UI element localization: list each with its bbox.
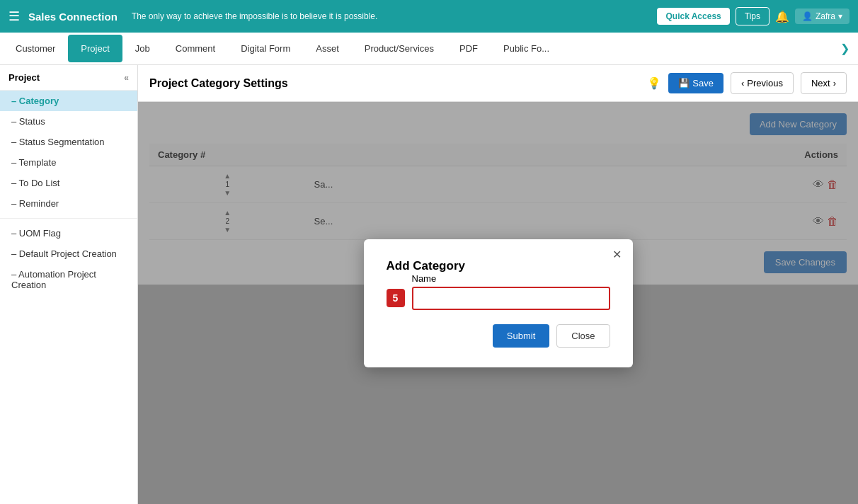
sidebar-item-template[interactable]: – Template (0, 152, 137, 173)
top-navigation: ☰ Sales Connection The only way to achie… (0, 0, 858, 33)
tabs-more-icon[interactable]: ❯ (835, 42, 855, 55)
hint-icon: 💡 (647, 76, 661, 90)
sidebar-title: Project (8, 72, 40, 83)
sidebar-divider (0, 218, 137, 219)
prev-icon: ‹ (741, 78, 744, 88)
app-title: Sales Connection (28, 11, 118, 23)
main-layout: Project « – Category – Status – Status S… (0, 65, 858, 504)
close-modal-button[interactable]: Close (556, 324, 610, 348)
tab-pdf[interactable]: PDF (447, 35, 491, 62)
user-name: Zafra (816, 11, 835, 21)
next-icon: › (833, 78, 836, 88)
modal-actions: Submit Close (387, 324, 610, 348)
modal-close-button[interactable]: ✕ (612, 248, 622, 261)
next-button[interactable]: Next › (801, 72, 847, 94)
sidebar-item-reminder[interactable]: – Reminder (0, 193, 137, 214)
sidebar-header: Project « (0, 72, 137, 91)
page-title: Project Category Settings (149, 77, 640, 90)
tab-asset[interactable]: Asset (303, 35, 352, 62)
nav-tagline: The only way to achieve the impossible i… (132, 11, 649, 21)
chevron-down-icon: ▾ (838, 11, 842, 21)
modal-overlay: Add Category ✕ 5 Name Submit Close (138, 102, 858, 504)
sidebar-item-category[interactable]: – Category (0, 91, 137, 111)
tab-job[interactable]: Job (122, 35, 163, 62)
add-category-modal: Add Category ✕ 5 Name Submit Close (364, 239, 633, 367)
tabs-row: Customer Project Job Comment Digital For… (0, 33, 858, 65)
form-row-name: 5 Name (387, 273, 610, 310)
save-button[interactable]: 💾 Save (668, 73, 723, 93)
step-badge: 5 (387, 289, 405, 307)
submit-button[interactable]: Submit (493, 324, 549, 348)
sidebar-item-status-segmentation[interactable]: – Status Segmentation (0, 132, 137, 152)
save-icon: 💾 (678, 78, 690, 88)
content-header: Project Category Settings 💡 💾 Save ‹ Pre… (138, 65, 858, 102)
hamburger-icon[interactable]: ☰ (8, 8, 20, 24)
quick-access-button[interactable]: Quick Access (657, 8, 729, 25)
tab-product-services[interactable]: Product/Services (352, 35, 447, 62)
bell-icon[interactable]: 🔔 (775, 10, 789, 23)
name-label: Name (412, 273, 610, 284)
nav-right: Quick Access Tips 🔔 👤 Zafra ▾ (657, 7, 850, 25)
sidebar: Project « – Category – Status – Status S… (0, 65, 138, 504)
sidebar-item-default-project-creation[interactable]: – Default Project Creation (0, 244, 137, 264)
sidebar-item-to-do-list[interactable]: – To Do List (0, 173, 137, 193)
tab-comment[interactable]: Comment (163, 35, 228, 62)
modal-title: Add Category (387, 259, 465, 273)
previous-button[interactable]: ‹ Previous (731, 72, 794, 94)
tab-digital-form[interactable]: Digital Form (228, 35, 303, 62)
name-field-container: Name (412, 273, 610, 310)
sidebar-item-uom-flag[interactable]: – UOM Flag (0, 223, 137, 244)
sidebar-collapse-button[interactable]: « (124, 73, 129, 83)
tab-project[interactable]: Project (68, 35, 122, 62)
name-input[interactable] (412, 287, 610, 310)
sidebar-item-automation-project-creation[interactable]: – Automation Project Creation (0, 264, 137, 295)
tab-customer[interactable]: Customer (3, 35, 68, 62)
user-menu[interactable]: 👤 Zafra ▾ (795, 8, 850, 24)
content-area: Project Category Settings 💡 💾 Save ‹ Pre… (138, 65, 858, 504)
tab-public-form[interactable]: Public Fo... (491, 35, 562, 62)
sidebar-item-status[interactable]: – Status (0, 111, 137, 132)
user-icon: 👤 (802, 11, 813, 21)
tips-button[interactable]: Tips (736, 7, 770, 25)
